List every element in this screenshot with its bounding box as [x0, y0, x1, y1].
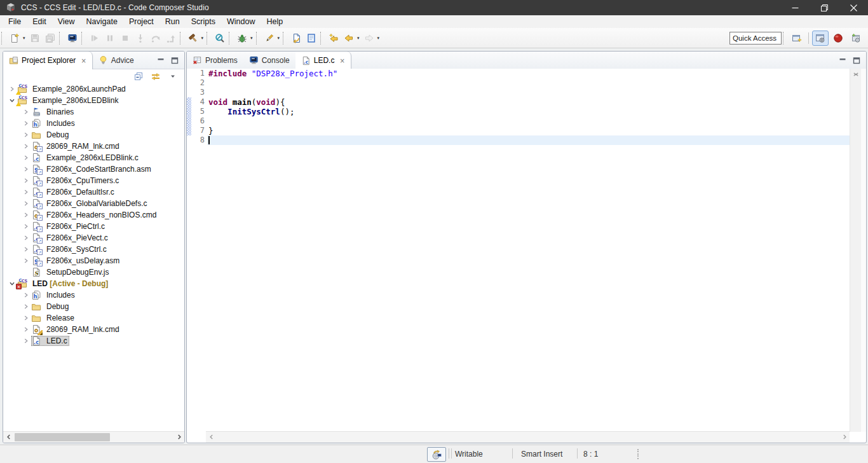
expand-arrow-icon[interactable] — [21, 324, 31, 335]
tree-item-debug[interactable]: Debug — [3, 301, 184, 312]
expand-arrow-icon[interactable] — [21, 141, 31, 151]
expand-arrow-icon[interactable] — [21, 233, 31, 243]
tree-item-f2806x-sysctrl-c[interactable]: →F2806x_SysCtrl.c — [3, 244, 184, 255]
quick-access-input[interactable] — [729, 32, 782, 45]
link-with-editor-button[interactable] — [150, 71, 161, 82]
debug-dropdown-icon[interactable]: ▾ — [250, 36, 255, 41]
flash-button[interactable] — [262, 31, 277, 46]
forward-dropdown-icon[interactable]: ▾ — [377, 36, 382, 41]
expand-arrow-icon[interactable] — [21, 198, 31, 209]
expand-arrow-icon[interactable] — [21, 176, 31, 186]
pin-editor-button[interactable] — [304, 31, 319, 46]
scroll-right-icon[interactable] — [839, 432, 850, 442]
expand-arrow-icon[interactable] — [21, 118, 31, 128]
menu-run[interactable]: Run — [159, 16, 186, 27]
code-line-text[interactable] — [207, 116, 850, 126]
code-line-text[interactable]: InitSysCtrl(); — [207, 107, 850, 116]
close-button[interactable] — [839, 0, 868, 15]
editor-tab-led-c[interactable]: LED.c× — [295, 52, 351, 69]
tree-item-f2806x-globalvariabledefs-c[interactable]: →F2806x_GlobalVariableDefs.c — [3, 198, 184, 209]
expand-arrow-icon[interactable] — [21, 290, 31, 300]
minimize-panel-button[interactable] — [154, 55, 167, 66]
menu-help[interactable]: Help — [261, 16, 288, 27]
scroll-right-icon[interactable] — [173, 432, 184, 442]
tree-item-includes[interactable]: Includes — [3, 289, 184, 301]
build-dropdown-icon[interactable]: ▾ — [201, 36, 206, 41]
menu-project[interactable]: Project — [123, 16, 159, 27]
expand-arrow-icon[interactable] — [21, 301, 31, 312]
collapse-all-button[interactable] — [133, 71, 144, 82]
last-edit-location-button[interactable] — [288, 31, 304, 46]
tree-item-f2806x-piectrl-c[interactable]: →F2806x_PieCtrl.c — [3, 221, 184, 232]
view-tab-project-explorer[interactable]: Project Explorer× — [3, 52, 93, 69]
expand-arrow-icon[interactable] — [21, 187, 31, 197]
resource-explorer-button[interactable] — [427, 447, 446, 462]
tree-item-f2806x-defaultisr-c[interactable]: →F2806x_DefaultIsr.c — [3, 186, 184, 198]
scroll-down-icon[interactable] — [850, 69, 861, 79]
sidebar-hscrollbar[interactable] — [3, 431, 184, 443]
view-menu-button[interactable] — [167, 71, 179, 82]
toolbar-group-handle[interactable] — [256, 32, 260, 45]
tree-item-debug[interactable]: Debug — [3, 129, 184, 141]
tree-item-led-c[interactable]: LED.c — [3, 335, 184, 347]
tree-item-f2806x-codestartbranch-asm[interactable]: →F2806x_CodeStartBranch.asm — [3, 163, 184, 175]
scan-button[interactable] — [212, 31, 227, 46]
minimize-editor-button[interactable] — [836, 55, 849, 66]
editor-tab-console[interactable]: Console — [243, 52, 295, 69]
expand-arrow-icon[interactable] — [21, 221, 31, 232]
build-button[interactable] — [186, 31, 201, 46]
expand-arrow-icon[interactable] — [21, 107, 31, 117]
tree-item-example-2806xledblink-c[interactable]: Example_2806xLEDBlink.c — [3, 152, 184, 163]
flash-dropdown-icon[interactable]: ▾ — [277, 36, 282, 41]
tree-item-binaries[interactable]: Binaries — [3, 106, 184, 118]
open-perspective-button[interactable] — [789, 31, 805, 46]
view-tab-advice[interactable]: Advice — [93, 52, 140, 69]
expand-arrow-icon[interactable] — [21, 130, 31, 140]
expand-arrow-icon[interactable] — [21, 256, 31, 266]
ccs-edit-perspective-button[interactable] — [812, 31, 829, 46]
expand-arrow-icon[interactable] — [21, 153, 31, 163]
tree-item-example-2806xledblink[interactable]: Example_2806xLEDBlink — [3, 95, 184, 106]
menu-scripts[interactable]: Scripts — [186, 16, 221, 27]
code-editor[interactable]: 1#include "DSP28x_Project.h"234void main… — [187, 69, 850, 432]
minimize-button[interactable] — [780, 0, 810, 15]
scrollbar-thumb[interactable] — [15, 433, 110, 441]
maximize-panel-button[interactable] — [168, 55, 181, 66]
new-button[interactable] — [7, 31, 22, 46]
debug-target-button[interactable] — [65, 31, 80, 46]
ccs-debug-perspective-button[interactable] — [848, 31, 864, 46]
toolbar-group-handle[interactable] — [229, 32, 233, 45]
simple-perspective-button[interactable] — [830, 31, 846, 46]
new-dropdown-icon[interactable]: ▾ — [22, 36, 27, 41]
expand-arrow-icon[interactable] — [21, 336, 31, 346]
menu-file[interactable]: File — [3, 16, 27, 27]
restore-button[interactable] — [810, 0, 839, 15]
back-dropdown-icon[interactable]: ▾ — [356, 36, 362, 41]
editor-tab-problems[interactable]: Problems — [187, 52, 243, 69]
close-icon[interactable]: × — [81, 57, 86, 64]
menu-navigate[interactable]: Navigate — [81, 16, 123, 27]
toolbar-group-handle[interactable] — [1, 32, 5, 45]
tree-item-includes[interactable]: Includes — [3, 118, 184, 129]
code-line-text[interactable] — [207, 78, 850, 88]
maximize-editor-button[interactable] — [850, 55, 863, 66]
menu-window[interactable]: Window — [221, 16, 261, 27]
toolbar-group-handle[interactable] — [320, 32, 324, 45]
menu-edit[interactable]: Edit — [27, 16, 52, 27]
expand-arrow-icon[interactable] — [21, 164, 31, 174]
tree-item-setupdebugenv-js[interactable]: SetupDebugEnv.js — [3, 266, 184, 278]
tree-item-example-2806xlaunchpad[interactable]: Example_2806xLaunchPad — [3, 83, 184, 95]
toolbar-group-handle[interactable] — [81, 32, 85, 45]
close-icon[interactable]: × — [339, 57, 344, 64]
toolbar-group-handle[interactable] — [180, 32, 184, 45]
toolbar-group-handle[interactable] — [207, 32, 210, 45]
tree-item-f2806x-cputimers-c[interactable]: →F2806x_CpuTimers.c — [3, 175, 184, 186]
scroll-left-icon[interactable] — [3, 432, 14, 442]
toolbar-group-handle[interactable] — [59, 32, 63, 45]
back-to-last-edit-button[interactable] — [326, 31, 341, 46]
toolbar-group-handle[interactable] — [283, 32, 287, 45]
code-line-text[interactable]: void main(void){ — [207, 97, 850, 107]
code-line-text[interactable] — [207, 135, 850, 145]
tree-item-f2806x-pievect-c[interactable]: →F2806x_PieVect.c — [3, 232, 184, 244]
tree-item-f2806x-headers-nonbios-cmd[interactable]: →F2806x_Headers_nonBIOS.cmd — [3, 209, 184, 221]
